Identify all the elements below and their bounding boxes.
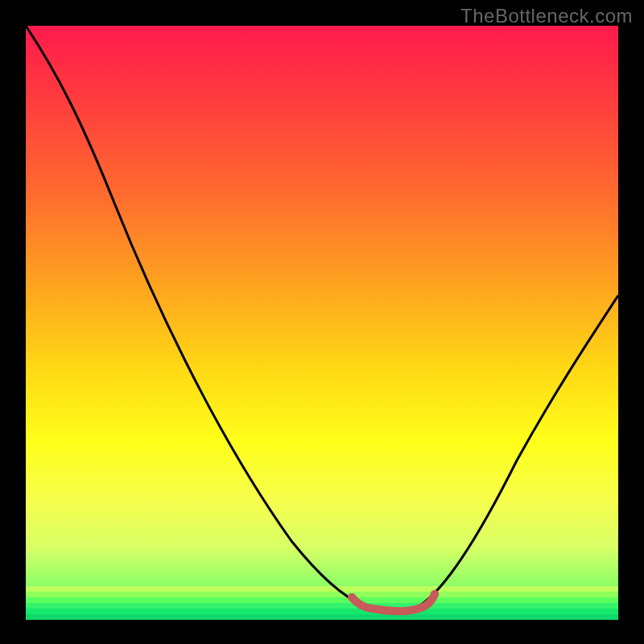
- curve-layer: [26, 26, 618, 620]
- plot-area: [26, 26, 618, 620]
- curve-right-branch: [420, 295, 618, 605]
- watermark-text: TheBottleneck.com: [460, 5, 633, 27]
- trough-dot-left: [348, 593, 356, 601]
- curve-left-branch: [26, 26, 364, 605]
- trough-dot-right: [431, 590, 439, 598]
- chart-frame: TheBottleneck.com: [0, 0, 644, 644]
